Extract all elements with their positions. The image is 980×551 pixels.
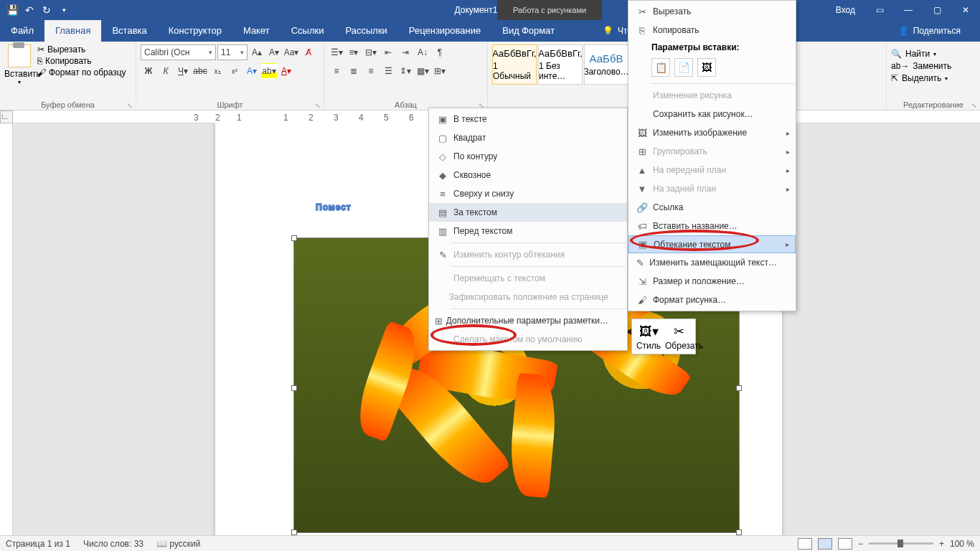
zoom-out-icon[interactable]: −	[858, 539, 863, 549]
ctx-wrap-text[interactable]: ▣Обтекание текстом▸	[628, 235, 796, 253]
group-font: Шрифт	[141, 100, 319, 110]
ctx-caption[interactable]: 🏷Вставить название…	[628, 217, 796, 235]
ctx-alt-text[interactable]: ✎Изменить замещающий текст…	[628, 253, 796, 272]
style-nospacing[interactable]: АаБбВвГг,1 Без инте…	[538, 44, 583, 85]
tab-design[interactable]: Конструктор	[158, 20, 232, 42]
tab-home[interactable]: Главная	[44, 20, 101, 42]
indent-icon[interactable]: ⇥	[397, 44, 413, 60]
zoom-level[interactable]: 100 %	[950, 539, 974, 549]
style-heading1[interactable]: АаБбВЗаголово…	[584, 44, 628, 85]
save-icon[interactable]: 💾	[4, 2, 20, 18]
wrap-more[interactable]: ⊞Дополнительные параметры разметки…	[429, 311, 627, 330]
bold-icon[interactable]: Ж	[141, 63, 156, 79]
paste-option-1[interactable]: 📋	[651, 58, 670, 77]
text-effects-icon[interactable]: A▾	[244, 63, 260, 79]
ctx-copy[interactable]: ⎘Копировать	[628, 21, 796, 39]
zoom-in-icon[interactable]: +	[939, 539, 944, 549]
align-right-icon[interactable]: ≡	[363, 63, 379, 79]
minimize-icon[interactable]: —	[894, 0, 923, 20]
resize-handle[interactable]	[291, 385, 297, 391]
grow-font-icon[interactable]: A▴	[249, 44, 265, 60]
view-read-icon[interactable]	[798, 538, 812, 550]
copy-button[interactable]: ⎘Копировать	[37, 56, 126, 66]
maximize-icon[interactable]: ▢	[923, 0, 951, 20]
ctx-cut[interactable]: ✂Вырезать	[628, 2, 796, 21]
borders-icon[interactable]: ⊞▾	[432, 63, 448, 79]
login-link[interactable]: Вход	[829, 5, 862, 15]
strike-icon[interactable]: abc	[192, 63, 208, 79]
outdent-icon[interactable]: ⇤	[380, 44, 396, 60]
shrink-font-icon[interactable]: A▾	[266, 44, 282, 60]
subscript-icon[interactable]: x₂	[209, 63, 225, 79]
paste-option-2[interactable]: 📄	[674, 58, 693, 77]
view-print-icon[interactable]	[818, 538, 832, 550]
tab-insert[interactable]: Вставка	[101, 20, 157, 42]
style-normal[interactable]: АаБбВвГг,1 Обычный	[492, 44, 537, 85]
wrap-front[interactable]: ▥Перед текстом	[429, 222, 627, 240]
superscript-icon[interactable]: x²	[227, 63, 242, 79]
tab-selector[interactable]: ∟	[0, 110, 13, 123]
ctx-link[interactable]: 🔗Ссылка	[628, 198, 796, 217]
undo-icon[interactable]: ↶	[22, 2, 37, 18]
paste-option-3[interactable]: 🖼	[697, 58, 716, 77]
font-color-icon[interactable]: A▾	[278, 63, 294, 79]
wrap-fix: Зафиксировать положение на странице	[429, 288, 627, 306]
align-center-icon[interactable]: ≣	[346, 63, 362, 79]
select-button[interactable]: ⇱Выделить▾	[891, 73, 976, 83]
tab-layout[interactable]: Макет	[232, 20, 281, 42]
line-spacing-icon[interactable]: ⇕▾	[397, 63, 413, 79]
numbering-icon[interactable]: ≡▾	[346, 44, 362, 60]
ctx-change-image[interactable]: 🖼Изменить изображение▸	[628, 123, 796, 142]
wrap-through[interactable]: ◆Сквозное	[429, 166, 627, 184]
wrap-square[interactable]: ▢Квадрат	[429, 128, 627, 147]
resize-handle[interactable]	[736, 529, 742, 535]
zoom-slider[interactable]	[869, 542, 933, 545]
bullets-icon[interactable]: ☰▾	[329, 44, 344, 60]
tab-mailings[interactable]: Рассылки	[334, 20, 397, 42]
status-wordcount[interactable]: Число слов: 33	[83, 539, 143, 549]
share-button[interactable]: 👤Поделиться	[887, 20, 971, 42]
resize-handle[interactable]	[736, 385, 742, 391]
ctx-format-picture[interactable]: 🖌Формат рисунка…	[628, 291, 796, 309]
clear-format-icon[interactable]: A̸	[301, 44, 316, 60]
status-page[interactable]: Страница 1 из 1	[6, 539, 70, 549]
wrap-inline[interactable]: ▣В тексте	[429, 110, 627, 128]
underline-icon[interactable]: Ч▾	[175, 63, 191, 79]
redo-icon[interactable]: ↻	[39, 2, 55, 18]
find-button[interactable]: 🔍Найти▾	[891, 49, 976, 59]
change-case-icon[interactable]: Aa▾	[283, 44, 299, 60]
italic-icon[interactable]: К	[158, 63, 174, 79]
wrap-topbottom[interactable]: ≡Сверху и снизу	[429, 184, 627, 203]
font-name-combo[interactable]: Calibri (Осн▾	[141, 44, 216, 60]
resize-handle[interactable]	[291, 529, 297, 535]
multilevel-icon[interactable]: ⊟▾	[363, 44, 379, 60]
shading-icon[interactable]: ▦▾	[415, 63, 430, 79]
format-painter-button[interactable]: 🖌Формат по образцу	[37, 67, 126, 77]
ctx-save-as-picture[interactable]: Сохранить как рисунок…	[628, 105, 796, 123]
tab-format[interactable]: Формат	[502, 20, 574, 42]
crop-button[interactable]: ✂Обрезать	[665, 322, 692, 351]
font-size-combo[interactable]: 11▾	[217, 44, 248, 60]
replace-button[interactable]: ab→Заменить	[891, 61, 976, 71]
tab-file[interactable]: Файл	[0, 20, 44, 42]
paste-button[interactable]: Вставить▾	[4, 44, 34, 85]
justify-icon[interactable]: ☰	[380, 63, 396, 79]
style-button[interactable]: 🖼▾Стиль	[635, 322, 662, 351]
align-left-icon[interactable]: ≡	[329, 63, 344, 79]
status-language[interactable]: 📖 русский	[156, 539, 200, 549]
tab-references[interactable]: Ссылки	[281, 20, 335, 42]
qat-customize-icon[interactable]: ▾	[56, 2, 72, 18]
cut-button[interactable]: ✂Вырезать	[37, 44, 126, 55]
close-icon[interactable]: ✕	[951, 0, 980, 20]
show-marks-icon[interactable]: ¶	[432, 44, 448, 60]
sort-icon[interactable]: A↓	[415, 44, 430, 60]
resize-handle[interactable]	[291, 235, 297, 241]
wrap-behind[interactable]: ▤За текстом	[429, 203, 627, 222]
ribbon-options-icon[interactable]: ▭	[865, 0, 894, 20]
ctx-size-position[interactable]: ⇲Размер и положение…	[628, 272, 796, 291]
highlight-icon[interactable]: ab▾	[261, 63, 277, 79]
wrap-tight[interactable]: ◇По контуру	[429, 147, 627, 166]
view-web-icon[interactable]	[838, 538, 852, 550]
vertical-ruler[interactable]	[0, 123, 13, 535]
tab-review[interactable]: Рецензирование	[398, 20, 491, 42]
